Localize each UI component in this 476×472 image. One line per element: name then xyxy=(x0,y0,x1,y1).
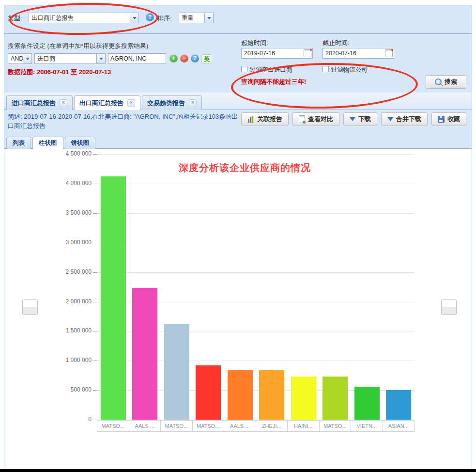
search-field-value: 进口商 xyxy=(35,55,96,63)
boolean-operator-select[interactable]: AND xyxy=(8,53,32,64)
report-tabstrip: 进口商汇总报告×出口商汇总报告×交易趋势报告× xyxy=(4,93,472,110)
report-summary-text: 简述: 2019-07-16-2020-07-16,在北美进口商: "AGRON… xyxy=(8,112,239,131)
report-type-select[interactable]: 出口商汇总报告 xyxy=(29,13,139,23)
compare-button[interactable]: 查看对比 xyxy=(292,112,339,126)
chevron-down-icon[interactable] xyxy=(96,54,105,63)
data-range-text: 数据范围: 2006-07-01 至 2020-07-13 xyxy=(8,68,111,77)
sort-value: 重量 xyxy=(179,14,204,22)
boolean-operator-value: AND xyxy=(8,55,23,62)
filter-logistics-checkbox[interactable] xyxy=(322,66,329,72)
tab-label: 交易趋势报告 xyxy=(147,99,185,108)
x-axis-label: MATSO... xyxy=(319,420,352,432)
tick-mark xyxy=(93,154,97,155)
save-icon xyxy=(438,116,445,123)
search-field-select[interactable]: 进口商 xyxy=(34,53,106,64)
report-tab[interactable]: 进口商汇总报告× xyxy=(6,95,73,110)
tick-mark xyxy=(93,272,97,273)
button-label: 关联报告 xyxy=(257,115,282,124)
save-button[interactable]: 收藏 xyxy=(431,112,466,126)
x-axis-label: HAINI... xyxy=(287,420,320,432)
start-time-label: 起始时间: xyxy=(241,39,268,47)
bar[interactable] xyxy=(164,324,189,420)
y-axis-label: 2 500 000 xyxy=(24,268,92,275)
bar[interactable] xyxy=(228,370,253,420)
y-axis-label: 4 000 000 xyxy=(24,180,92,187)
tick-mark xyxy=(93,331,97,331)
merge-download-button[interactable]: 合并下载 xyxy=(381,112,428,126)
bar[interactable] xyxy=(354,387,380,420)
bar[interactable] xyxy=(196,365,221,420)
language-toggle-button[interactable]: 英 xyxy=(201,54,212,64)
end-date-field[interactable]: 2020-07-16 xyxy=(322,48,394,59)
x-axis-label: ASIAN... xyxy=(383,420,415,432)
download-button[interactable]: 下载 xyxy=(343,112,377,126)
chevron-down-icon[interactable] xyxy=(23,54,31,63)
tab-close-icon[interactable]: × xyxy=(60,99,67,107)
search-panel: 搜索条件设定 (在单词中加*用以获得更多搜索结果) AND 进口商 + − ? … xyxy=(4,34,472,93)
tab-close-icon[interactable]: × xyxy=(127,99,135,107)
search-button-label: 搜索 xyxy=(445,78,457,86)
help-icon[interactable]: ? xyxy=(191,54,199,63)
action-button-bar: 关联报告查看对比下载合并下载收藏 xyxy=(241,112,466,126)
gridline xyxy=(97,154,415,155)
query-interval-warning: 查询间隔不能超过三年! xyxy=(241,78,306,86)
view-tab[interactable]: 列表 xyxy=(6,137,31,149)
y-axis-label: 1 500 000 xyxy=(24,327,92,334)
view-tab[interactable]: 饼状图 xyxy=(65,137,96,149)
bar[interactable] xyxy=(259,370,284,420)
scroll-right-button[interactable] xyxy=(441,299,457,315)
summary-row: 简述: 2019-07-16-2020-07-16,在北美进口商: "AGRON… xyxy=(4,110,472,135)
button-label: 下载 xyxy=(358,115,371,124)
start-date-field[interactable]: 2019-07-16 xyxy=(241,48,313,59)
y-axis-label: 0 xyxy=(24,416,92,423)
bar[interactable] xyxy=(291,377,316,420)
filter-blank-importer-checkbox[interactable] xyxy=(241,66,247,72)
view-tab[interactable]: 柱状图 xyxy=(32,137,63,149)
tick-mark xyxy=(93,213,97,214)
y-axis-label: 3 000 000 xyxy=(24,239,92,246)
chevron-down-icon[interactable] xyxy=(130,13,138,23)
search-button[interactable]: 搜索 xyxy=(426,75,466,89)
report-type-value: 出口商汇总报告 xyxy=(29,14,130,22)
button-label: 查看对比 xyxy=(308,115,333,124)
x-axis-label: AALS ... xyxy=(129,420,161,432)
chevron-down-icon[interactable] xyxy=(204,13,213,23)
bar[interactable] xyxy=(386,390,411,420)
calendar-icon[interactable] xyxy=(304,49,311,57)
gridline xyxy=(97,184,415,184)
report-tab[interactable]: 出口商汇总报告× xyxy=(74,95,140,110)
tick-mark xyxy=(93,390,97,391)
y-axis-label: 500 000 xyxy=(24,386,92,393)
report-tab[interactable]: 交易趋势报告× xyxy=(142,95,202,110)
search-conditions-header: 搜索条件设定 (在单词中加*用以获得更多搜索结果) xyxy=(8,42,148,50)
chart-icon xyxy=(247,116,254,123)
y-axis-label: 1 000 000 xyxy=(24,357,92,363)
button-label: 合并下载 xyxy=(396,115,421,124)
app-window: 类型: 出口商汇总报告 ? 排序: 重量 搜索条件设定 (在单词中加*用以获得更… xyxy=(4,5,472,470)
gridline xyxy=(97,213,415,214)
filter-blank-importer-label: 过滤空白进口商 xyxy=(250,66,292,74)
gridline xyxy=(97,272,415,273)
bar[interactable] xyxy=(132,288,157,420)
chart-button[interactable]: 关联报告 xyxy=(241,112,289,126)
help-icon[interactable]: ? xyxy=(146,13,154,21)
type-label: 类型: xyxy=(8,14,22,23)
bar[interactable] xyxy=(322,377,348,420)
tab-close-icon[interactable]: × xyxy=(189,99,197,107)
add-condition-icon[interactable]: + xyxy=(169,54,178,63)
gridline xyxy=(97,243,415,243)
y-axis-label: 2 000 000 xyxy=(24,298,92,305)
tab-label: 列表 xyxy=(13,139,25,147)
x-axis-label: MATSO... xyxy=(160,420,193,432)
sort-select[interactable]: 重量 xyxy=(179,13,214,23)
filter-logistics-label: 过滤物流公司 xyxy=(331,66,368,74)
calendar-icon[interactable] xyxy=(385,49,393,57)
end-time-label: 截止时间: xyxy=(322,39,350,47)
compare-icon xyxy=(299,115,305,123)
chart-title: 深度分析该企业供应商的情况 xyxy=(179,161,311,174)
tick-mark xyxy=(93,361,97,361)
keyword-input[interactable] xyxy=(108,53,166,64)
bar[interactable] xyxy=(101,176,126,420)
view-tabstrip: 列表柱状图饼状图 xyxy=(4,135,472,149)
remove-condition-icon[interactable]: − xyxy=(180,54,188,63)
